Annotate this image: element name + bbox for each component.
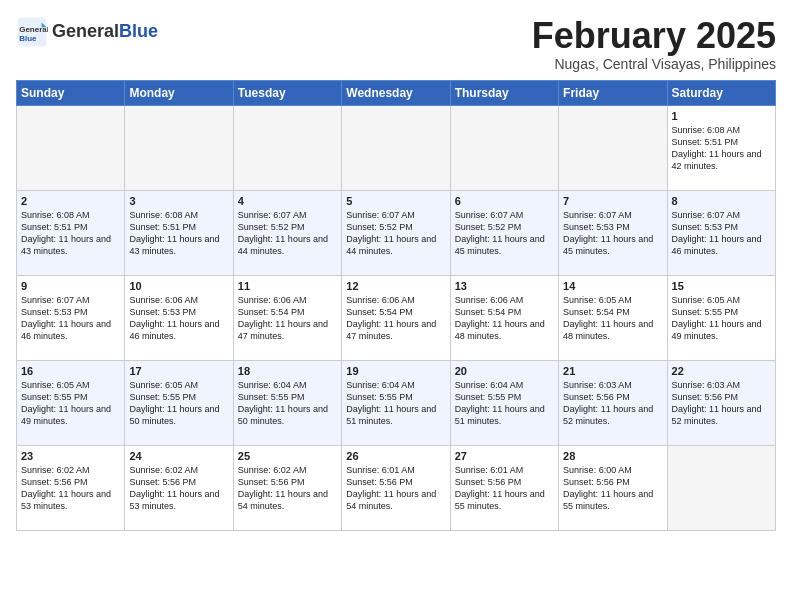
day-info: Sunrise: 6:01 AM Sunset: 5:56 PM Dayligh… bbox=[455, 464, 554, 513]
day-info: Sunrise: 6:07 AM Sunset: 5:52 PM Dayligh… bbox=[346, 209, 445, 258]
location: Nugas, Central Visayas, Philippines bbox=[532, 56, 776, 72]
day-number: 22 bbox=[672, 365, 771, 377]
calendar-cell: 24Sunrise: 6:02 AM Sunset: 5:56 PM Dayli… bbox=[125, 445, 233, 530]
logo: General Blue GeneralBlue bbox=[16, 16, 158, 48]
calendar-cell: 1Sunrise: 6:08 AM Sunset: 5:51 PM Daylig… bbox=[667, 105, 775, 190]
day-number: 18 bbox=[238, 365, 337, 377]
day-info: Sunrise: 6:05 AM Sunset: 5:55 PM Dayligh… bbox=[672, 294, 771, 343]
day-info: Sunrise: 6:06 AM Sunset: 5:54 PM Dayligh… bbox=[346, 294, 445, 343]
day-number: 9 bbox=[21, 280, 120, 292]
day-number: 21 bbox=[563, 365, 662, 377]
day-info: Sunrise: 6:07 AM Sunset: 5:53 PM Dayligh… bbox=[672, 209, 771, 258]
calendar-cell: 17Sunrise: 6:05 AM Sunset: 5:55 PM Dayli… bbox=[125, 360, 233, 445]
calendar-cell: 27Sunrise: 6:01 AM Sunset: 5:56 PM Dayli… bbox=[450, 445, 558, 530]
day-number: 19 bbox=[346, 365, 445, 377]
calendar-cell: 10Sunrise: 6:06 AM Sunset: 5:53 PM Dayli… bbox=[125, 275, 233, 360]
day-number: 12 bbox=[346, 280, 445, 292]
calendar-cell bbox=[233, 105, 341, 190]
day-info: Sunrise: 6:00 AM Sunset: 5:56 PM Dayligh… bbox=[563, 464, 662, 513]
day-info: Sunrise: 6:05 AM Sunset: 5:54 PM Dayligh… bbox=[563, 294, 662, 343]
logo-icon: General Blue bbox=[16, 16, 48, 48]
calendar-cell: 20Sunrise: 6:04 AM Sunset: 5:55 PM Dayli… bbox=[450, 360, 558, 445]
calendar-header: SundayMondayTuesdayWednesdayThursdayFrid… bbox=[17, 80, 776, 105]
day-info: Sunrise: 6:03 AM Sunset: 5:56 PM Dayligh… bbox=[672, 379, 771, 428]
calendar-cell bbox=[17, 105, 125, 190]
weekday-header-tuesday: Tuesday bbox=[233, 80, 341, 105]
day-number: 27 bbox=[455, 450, 554, 462]
day-info: Sunrise: 6:05 AM Sunset: 5:55 PM Dayligh… bbox=[129, 379, 228, 428]
calendar-week-row: 2Sunrise: 6:08 AM Sunset: 5:51 PM Daylig… bbox=[17, 190, 776, 275]
calendar-week-row: 9Sunrise: 6:07 AM Sunset: 5:53 PM Daylig… bbox=[17, 275, 776, 360]
calendar-table: SundayMondayTuesdayWednesdayThursdayFrid… bbox=[16, 80, 776, 531]
day-info: Sunrise: 6:04 AM Sunset: 5:55 PM Dayligh… bbox=[455, 379, 554, 428]
calendar-cell bbox=[450, 105, 558, 190]
calendar-cell: 7Sunrise: 6:07 AM Sunset: 5:53 PM Daylig… bbox=[559, 190, 667, 275]
weekday-header-friday: Friday bbox=[559, 80, 667, 105]
day-info: Sunrise: 6:06 AM Sunset: 5:54 PM Dayligh… bbox=[455, 294, 554, 343]
day-number: 8 bbox=[672, 195, 771, 207]
day-number: 16 bbox=[21, 365, 120, 377]
calendar-week-row: 23Sunrise: 6:02 AM Sunset: 5:56 PM Dayli… bbox=[17, 445, 776, 530]
day-info: Sunrise: 6:05 AM Sunset: 5:55 PM Dayligh… bbox=[21, 379, 120, 428]
day-number: 4 bbox=[238, 195, 337, 207]
weekday-header-sunday: Sunday bbox=[17, 80, 125, 105]
day-info: Sunrise: 6:07 AM Sunset: 5:53 PM Dayligh… bbox=[21, 294, 120, 343]
day-number: 28 bbox=[563, 450, 662, 462]
day-number: 20 bbox=[455, 365, 554, 377]
day-number: 15 bbox=[672, 280, 771, 292]
calendar-week-row: 1Sunrise: 6:08 AM Sunset: 5:51 PM Daylig… bbox=[17, 105, 776, 190]
weekday-header-row: SundayMondayTuesdayWednesdayThursdayFrid… bbox=[17, 80, 776, 105]
calendar-cell: 9Sunrise: 6:07 AM Sunset: 5:53 PM Daylig… bbox=[17, 275, 125, 360]
day-info: Sunrise: 6:07 AM Sunset: 5:52 PM Dayligh… bbox=[455, 209, 554, 258]
day-info: Sunrise: 6:04 AM Sunset: 5:55 PM Dayligh… bbox=[238, 379, 337, 428]
day-number: 5 bbox=[346, 195, 445, 207]
calendar-cell: 12Sunrise: 6:06 AM Sunset: 5:54 PM Dayli… bbox=[342, 275, 450, 360]
day-number: 14 bbox=[563, 280, 662, 292]
day-number: 17 bbox=[129, 365, 228, 377]
calendar-cell: 22Sunrise: 6:03 AM Sunset: 5:56 PM Dayli… bbox=[667, 360, 775, 445]
weekday-header-saturday: Saturday bbox=[667, 80, 775, 105]
calendar-cell: 4Sunrise: 6:07 AM Sunset: 5:52 PM Daylig… bbox=[233, 190, 341, 275]
calendar-cell: 26Sunrise: 6:01 AM Sunset: 5:56 PM Dayli… bbox=[342, 445, 450, 530]
weekday-header-monday: Monday bbox=[125, 80, 233, 105]
calendar-cell: 28Sunrise: 6:00 AM Sunset: 5:56 PM Dayli… bbox=[559, 445, 667, 530]
day-number: 24 bbox=[129, 450, 228, 462]
day-info: Sunrise: 6:08 AM Sunset: 5:51 PM Dayligh… bbox=[672, 124, 771, 173]
calendar-cell bbox=[559, 105, 667, 190]
day-number: 6 bbox=[455, 195, 554, 207]
calendar-cell: 15Sunrise: 6:05 AM Sunset: 5:55 PM Dayli… bbox=[667, 275, 775, 360]
day-info: Sunrise: 6:06 AM Sunset: 5:53 PM Dayligh… bbox=[129, 294, 228, 343]
calendar-cell bbox=[342, 105, 450, 190]
day-info: Sunrise: 6:02 AM Sunset: 5:56 PM Dayligh… bbox=[129, 464, 228, 513]
day-info: Sunrise: 6:08 AM Sunset: 5:51 PM Dayligh… bbox=[21, 209, 120, 258]
logo-general-text: General bbox=[52, 21, 119, 41]
calendar-cell: 18Sunrise: 6:04 AM Sunset: 5:55 PM Dayli… bbox=[233, 360, 341, 445]
day-info: Sunrise: 6:08 AM Sunset: 5:51 PM Dayligh… bbox=[129, 209, 228, 258]
calendar-cell: 23Sunrise: 6:02 AM Sunset: 5:56 PM Dayli… bbox=[17, 445, 125, 530]
day-info: Sunrise: 6:03 AM Sunset: 5:56 PM Dayligh… bbox=[563, 379, 662, 428]
day-number: 10 bbox=[129, 280, 228, 292]
title-block: February 2025 Nugas, Central Visayas, Ph… bbox=[532, 16, 776, 72]
calendar-cell: 3Sunrise: 6:08 AM Sunset: 5:51 PM Daylig… bbox=[125, 190, 233, 275]
day-number: 3 bbox=[129, 195, 228, 207]
calendar-body: 1Sunrise: 6:08 AM Sunset: 5:51 PM Daylig… bbox=[17, 105, 776, 530]
day-info: Sunrise: 6:01 AM Sunset: 5:56 PM Dayligh… bbox=[346, 464, 445, 513]
calendar-cell: 25Sunrise: 6:02 AM Sunset: 5:56 PM Dayli… bbox=[233, 445, 341, 530]
day-number: 23 bbox=[21, 450, 120, 462]
calendar-week-row: 16Sunrise: 6:05 AM Sunset: 5:55 PM Dayli… bbox=[17, 360, 776, 445]
calendar-cell: 8Sunrise: 6:07 AM Sunset: 5:53 PM Daylig… bbox=[667, 190, 775, 275]
calendar-cell: 19Sunrise: 6:04 AM Sunset: 5:55 PM Dayli… bbox=[342, 360, 450, 445]
day-info: Sunrise: 6:02 AM Sunset: 5:56 PM Dayligh… bbox=[238, 464, 337, 513]
day-number: 11 bbox=[238, 280, 337, 292]
day-info: Sunrise: 6:07 AM Sunset: 5:53 PM Dayligh… bbox=[563, 209, 662, 258]
day-info: Sunrise: 6:06 AM Sunset: 5:54 PM Dayligh… bbox=[238, 294, 337, 343]
day-info: Sunrise: 6:07 AM Sunset: 5:52 PM Dayligh… bbox=[238, 209, 337, 258]
day-number: 25 bbox=[238, 450, 337, 462]
calendar-cell: 6Sunrise: 6:07 AM Sunset: 5:52 PM Daylig… bbox=[450, 190, 558, 275]
svg-text:Blue: Blue bbox=[19, 34, 37, 43]
logo-blue-text: Blue bbox=[119, 21, 158, 41]
calendar-cell: 16Sunrise: 6:05 AM Sunset: 5:55 PM Dayli… bbox=[17, 360, 125, 445]
day-number: 13 bbox=[455, 280, 554, 292]
day-number: 2 bbox=[21, 195, 120, 207]
calendar-cell: 14Sunrise: 6:05 AM Sunset: 5:54 PM Dayli… bbox=[559, 275, 667, 360]
